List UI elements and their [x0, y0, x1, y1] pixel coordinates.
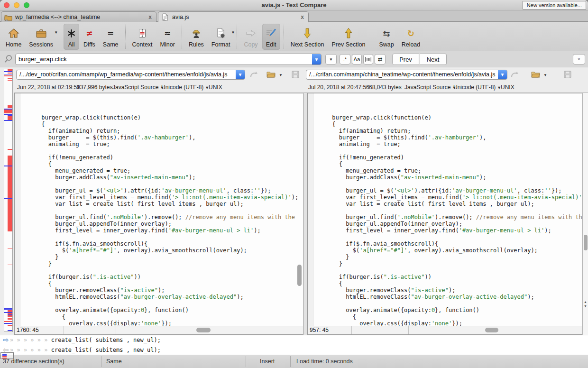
open-folder-icon[interactable] — [266, 69, 276, 80]
edit-button[interactable]: Edit — [262, 24, 280, 50]
equals-icon: = — [107, 26, 114, 40]
format-button[interactable]: Format▼ — [208, 24, 234, 50]
status-divider — [290, 356, 291, 367]
left-file-size: 137,996 bytes — [77, 84, 112, 91]
right-vertical-scrollbar-thumb[interactable] — [584, 235, 588, 250]
left-file-path-input[interactable]: /.../dev_root/crifan.com/mamp/wp_farmedi… — [16, 70, 245, 80]
code-line: burger.addClass("av-inserted-main-menu")… — [21, 174, 303, 181]
title-bar: avia.js - Text Compare New version avail… — [0, 0, 588, 10]
toolbar-separator — [182, 25, 182, 49]
diff-mark-red — [8, 105, 12, 108]
right-vertical-scrollbar[interactable]: ▲▼ — [582, 93, 588, 335]
rules-button[interactable]: Rules — [185, 24, 207, 50]
code-line: { — [21, 280, 303, 287]
code-line: if($.fn.avia_smoothscroll){ — [21, 240, 303, 247]
right-horizontal-scrollbar-thumb[interactable] — [485, 328, 498, 332]
detail-row-left[interactable]: ⇦» » » » » » create_list( subitems , new… — [0, 345, 588, 355]
path-history-chevron-icon[interactable]: ▼ — [236, 70, 245, 79]
code-line: if(animating) return; — [312, 128, 582, 134]
code-line: htmlEL.removeClass("av-burger-overlay-ac… — [312, 294, 582, 300]
search-bar: burger_wrap.click ▼ ▼ .* Aa ⇄ Prev Next … — [0, 51, 588, 67]
diff-map[interactable] — [4, 69, 13, 332]
code-line — [312, 267, 582, 274]
code-line: overlay.animate({opacity:0}, function() — [21, 307, 303, 313]
document-icon — [161, 13, 169, 21]
whole-word-toggle-button[interactable] — [363, 54, 373, 64]
toolbar-item-label: Copy — [244, 41, 257, 48]
code-line: menu_generated = true; — [21, 167, 303, 174]
left-file-encoding-select[interactable]: Unicode (UTF-8)▼ — [161, 84, 209, 91]
case-sensitive-toggle-button[interactable]: Aa — [352, 54, 362, 64]
diff-mark-blue — [4, 198, 12, 199]
same-button[interactable]: =Same — [100, 24, 122, 50]
next-section-button[interactable]: Next Section — [287, 24, 328, 50]
search-input[interactable]: burger_wrap.click ▼ — [15, 54, 322, 65]
rules-icon — [191, 26, 202, 40]
code-line — [21, 181, 303, 187]
strip-divider — [351, 326, 352, 334]
detail-rows: ⇨» » » » » » create_list( subitems , new… — [0, 335, 588, 355]
all-button[interactable]: All — [64, 24, 79, 50]
close-tab-icon[interactable]: x — [299, 14, 305, 20]
toolbar-separator — [237, 25, 237, 49]
left-horizontal-scrollbar-thumb[interactable] — [196, 328, 211, 332]
home-button[interactable]: Home — [2, 24, 25, 50]
diff-mark-red — [8, 73, 12, 74]
code-line: if($.fn.avia_smoothscroll){ — [312, 240, 582, 247]
wrap-search-toggle-button[interactable]: ⇄ — [375, 54, 386, 64]
code-line: first_level = inner_overlay.find('#av-bu… — [312, 227, 582, 234]
right-file-path-input[interactable]: /.../crifan.com/mamp/china_teatime/wp-co… — [306, 70, 507, 80]
detail-code-text: create_list( subitems , new_ul); — [51, 337, 161, 343]
left-file-type-select[interactable]: JavaScript Source▼ — [112, 84, 164, 91]
code-line: htmlEL.removeClass("av-burger-overlay-ac… — [21, 294, 303, 300]
code-line — [21, 234, 303, 240]
reload-button[interactable]: ↻Reload — [398, 24, 424, 50]
right-editor-pane[interactable]: burger_wrap.click(function(e) { if(anima… — [307, 93, 582, 326]
swap-button[interactable]: ⇆Swap — [376, 24, 397, 50]
strip-divider — [64, 326, 64, 334]
right-file-type-select[interactable]: JavaScript Source▼ — [404, 84, 456, 91]
toolbar-item-label: Next Section — [291, 41, 324, 48]
close-tab-icon[interactable]: x — [147, 14, 153, 20]
sessions-button[interactable]: Sessions▼ — [26, 24, 56, 50]
diff-mark-red — [2, 356, 7, 357]
diffs-button[interactable]: ≠Diffs — [80, 24, 99, 50]
search-panel-collapse-button[interactable]: ˅ — [573, 54, 585, 64]
scrollbar-arrows-icon[interactable]: ▲▼ — [584, 300, 587, 308]
detail-row-right[interactable]: ⇨» » » » » » create_list( subitems , new… — [0, 335, 588, 345]
tab-session[interactable]: wp_farmedia <--> china_teatime x — [1, 11, 156, 22]
prev-section-button[interactable]: Prev Section — [329, 24, 369, 50]
tab-avia-js[interactable]: avia.js x — [158, 11, 309, 22]
toolbar-item-label: Home — [6, 41, 21, 48]
path-history-chevron-icon[interactable]: ▼ — [498, 70, 507, 79]
left-vertical-scrollbar-thumb[interactable] — [297, 265, 302, 286]
diff-map-gutter — [0, 67, 14, 335]
difference-count: 37 difference section(s) — [3, 358, 64, 365]
code-line: burger = $(this).find('.av-hamburger'), — [312, 134, 582, 141]
context-button[interactable]: Context — [129, 24, 156, 50]
right-pane-status-strip: 957: 45 — [307, 326, 582, 335]
open-folder-icon[interactable] — [530, 69, 541, 80]
find-prev-button[interactable]: Prev — [392, 54, 419, 65]
reload-file-icon — [509, 69, 520, 80]
regex-toggle-button[interactable]: .* — [340, 54, 350, 64]
open-folder-dropdown-icon[interactable]: ▼ — [543, 73, 547, 77]
search-query: burger_wrap.click — [16, 54, 312, 64]
toolbar-separator — [125, 25, 126, 49]
code-line: { — [312, 121, 582, 128]
status-divider — [246, 356, 246, 367]
find-next-button[interactable]: Next — [420, 54, 447, 65]
minor-button[interactable]: ≈Minor — [157, 24, 178, 50]
save-file-icon — [290, 69, 301, 80]
search-history-chevron-icon[interactable]: ▼ — [312, 54, 321, 64]
update-available-button[interactable]: New version available... — [523, 1, 586, 9]
diff-mark-red — [2, 358, 7, 359]
toolbar-item-label: Diffs — [83, 41, 95, 48]
right-file-encoding-select[interactable]: Unicode (UTF-8)▼ — [453, 84, 501, 91]
status-divider — [101, 356, 101, 367]
code-line: { — [21, 161, 303, 167]
open-folder-dropdown-icon[interactable]: ▼ — [279, 73, 283, 77]
left-code-view: burger_wrap.click(function(e) { if(anima… — [21, 114, 303, 326]
left-editor-pane[interactable]: burger_wrap.click(function(e) { if(anima… — [14, 93, 303, 326]
search-options-dropdown[interactable]: ▼ — [325, 54, 337, 64]
